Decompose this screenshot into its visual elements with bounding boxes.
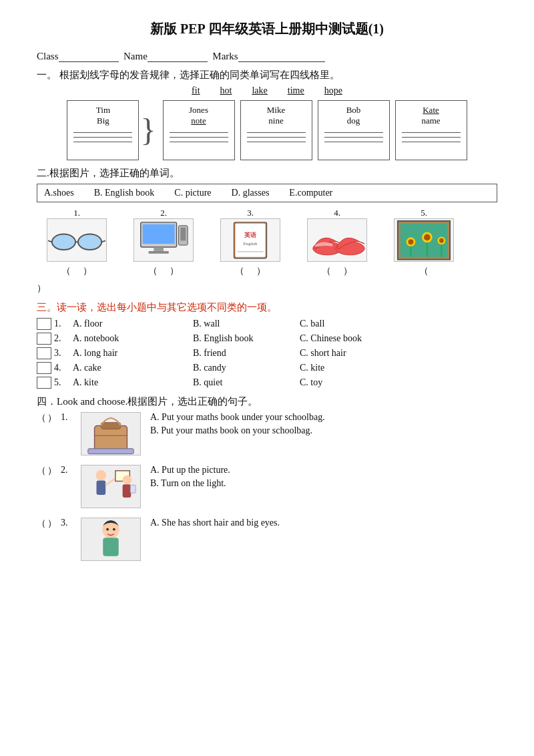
sec2-img-2 — [134, 218, 194, 262]
section1-title: 一。 根据划线字母的发音规律，选择正确的同类单词写在四线格里。 — [37, 69, 497, 81]
phonics-word-lake: lake — [252, 85, 267, 96]
class-label: Class — [37, 51, 59, 62]
sec3-bracket-4[interactable] — [37, 362, 51, 374]
sec3-row-1: 1. A. floor B. wall C. ball — [37, 318, 497, 330]
svg-text:English: English — [244, 241, 258, 246]
name-input[interactable] — [148, 50, 208, 62]
bracket-3: （ ） — [210, 265, 290, 277]
sec2-item-5: 5. — [384, 208, 464, 264]
sec3-row-2: 2. A. notebook B. English book C. Chines… — [37, 333, 497, 345]
svg-point-25 — [439, 238, 444, 243]
svg-point-0 — [52, 234, 75, 249]
option-glasses: D. glasses — [232, 188, 270, 198]
phonics-words-row: fit hot lake time hope — [37, 85, 497, 96]
sec3-bracket-3[interactable] — [37, 347, 51, 359]
svg-line-4 — [101, 240, 105, 242]
option-picture: C. picture — [174, 188, 211, 198]
sec2-item-3: 3. 英语 English — [210, 208, 290, 264]
sec3-row-4: 4. A. cake B. candy C. kite — [37, 362, 497, 374]
sec2-img-5 — [394, 218, 454, 262]
sec4-options-2: A. Put up the picture. B. Turn on the li… — [150, 465, 230, 489]
sec4-num-3: 3. — [61, 518, 81, 528]
sec2-img-4 — [307, 218, 367, 262]
box-group-1: Tim Big } — [67, 100, 157, 160]
sec4-img-2 — [81, 465, 141, 508]
sec3-bracket-5[interactable] — [37, 377, 51, 389]
svg-point-21 — [409, 239, 414, 244]
sec2-label-3: 3. — [247, 208, 254, 218]
sec2-label-5: 5. — [421, 208, 427, 218]
page-title: 新版 PEP 四年级英语上册期中测试题(1) — [37, 20, 497, 38]
phonics-word-time: time — [288, 85, 304, 96]
sec4-img-1 — [81, 412, 141, 455]
sec2-label-2: 2. — [160, 208, 167, 218]
svg-rect-8 — [149, 251, 169, 254]
section2-title: 二.根据图片，选择正确的单词。 — [37, 167, 497, 180]
sec4-item-3: （ ） 3. A. She has short hair and big eye… — [37, 518, 497, 561]
sec2-label-4: 4. — [334, 208, 340, 218]
option-shoes: A.shoes — [44, 188, 74, 198]
phonics-box-1: Tim Big — [67, 100, 139, 160]
sec4-num-1: 1. — [61, 412, 81, 423]
sec4-bracket-3a[interactable]: （ — [37, 518, 46, 530]
svg-point-43 — [113, 528, 115, 530]
svg-rect-38 — [123, 484, 131, 498]
sec2-item-2: 2. — [123, 208, 204, 264]
svg-rect-10 — [180, 227, 186, 240]
sec4-img-3 — [81, 518, 141, 561]
bracket-5: （ — [384, 265, 464, 277]
sec4-bracket-2a[interactable]: （ — [37, 465, 46, 477]
svg-point-33 — [96, 470, 107, 481]
marks-input[interactable] — [238, 50, 325, 62]
sec3-row-5: 5. A. kite B. quiet C. toy — [37, 377, 497, 389]
svg-point-23 — [424, 234, 431, 240]
name-label: Name — [123, 51, 148, 62]
sec3-bracket-1[interactable] — [37, 318, 51, 330]
svg-text:英语: 英语 — [244, 232, 257, 238]
svg-rect-39 — [130, 485, 136, 493]
sec3-row-3: 3. A. long hair B. friend C. short hair — [37, 347, 497, 359]
sec3-bracket-2[interactable] — [37, 333, 51, 345]
sec2-label-1: 1. — [73, 208, 80, 218]
phonics-word-hot: hot — [220, 85, 232, 96]
sec2-brackets: （ ） （ ） （ ） （ ） （ — [37, 265, 497, 277]
svg-rect-30 — [101, 422, 120, 429]
marks-label: Marks — [212, 51, 238, 62]
sec4-options-1: A. Put your maths book under your school… — [150, 412, 325, 436]
sec4-bracket-3b[interactable]: ） — [47, 518, 57, 530]
svg-point-42 — [106, 528, 109, 530]
svg-rect-32 — [88, 449, 134, 454]
svg-rect-41 — [103, 538, 118, 556]
sec4-item-2: （ ） 2. A. Put up the picture. B. Turn on… — [37, 465, 497, 508]
svg-rect-34 — [96, 480, 105, 495]
section2-options: A.shoes B. English book C. picture D. gl… — [37, 184, 497, 202]
phonics-box-2: Jones note — [163, 100, 235, 160]
phonics-boxes-container: Tim Big } Jones note Mike nine Bob — [37, 100, 497, 160]
brace-connector: } — [140, 114, 156, 146]
option-computer: E.computer — [289, 188, 332, 198]
class-input[interactable] — [59, 50, 119, 62]
phonics-word-fit: fit — [192, 85, 200, 96]
option-book: B. English book — [94, 188, 155, 198]
sec4-bracket-1b[interactable]: ） — [47, 412, 57, 424]
sec4-bracket-1a[interactable]: （ — [37, 412, 46, 424]
section4-title: 四．Look and choose.根据图片，选出正确的句子。 — [37, 395, 497, 408]
svg-rect-29 — [95, 425, 127, 450]
bracket-4: （ ） — [297, 265, 377, 277]
phonics-box-5: Kate name — [395, 100, 467, 160]
section3-title: 三。读一读，选出每小题中与其它选项不同类的一项。 — [37, 301, 497, 314]
svg-line-3 — [48, 240, 52, 242]
section2-images: 1. 2. 3. — [37, 208, 497, 264]
sec4-item-1: （ ） 1. A. Put your maths book under your… — [37, 412, 497, 455]
svg-point-37 — [123, 475, 132, 484]
sec4-num-2: 2. — [61, 465, 81, 476]
bracket-5-end: ） — [37, 282, 497, 295]
sec4-bracket-2b[interactable]: ） — [47, 465, 57, 477]
bracket-1: （ ） — [37, 265, 117, 277]
sec2-img-3: 英语 English — [220, 218, 280, 262]
sec2-img-1 — [47, 218, 107, 262]
phonics-word-hope: hope — [324, 85, 342, 96]
svg-rect-6 — [143, 224, 175, 244]
phonics-box-3: Mike nine — [240, 100, 312, 160]
bracket-2: （ ） — [123, 265, 204, 277]
